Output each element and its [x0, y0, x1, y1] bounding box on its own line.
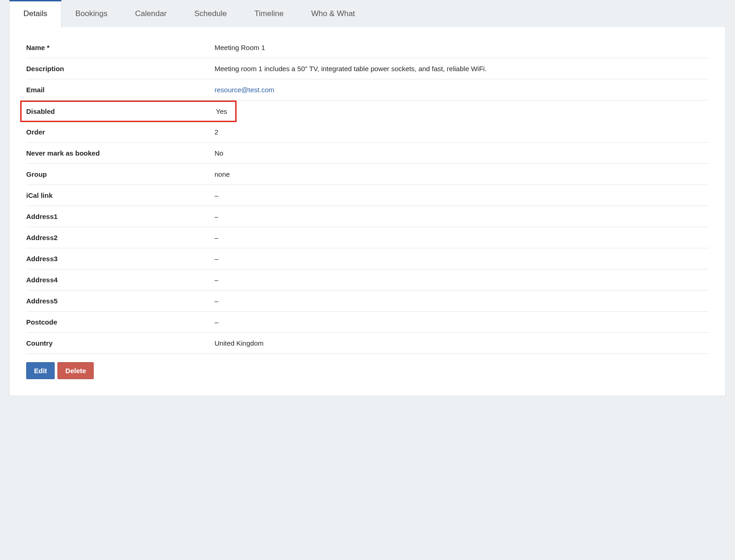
detail-row-address2: Address2– [26, 227, 709, 248]
delete-button[interactable]: Delete [57, 362, 94, 379]
detail-row-country: CountryUnited Kingdom [26, 333, 709, 354]
detail-label-email: Email [26, 86, 215, 94]
detail-row-address1: Address1– [26, 206, 709, 227]
detail-label-address3: Address3 [26, 255, 215, 263]
detail-label-address4: Address4 [26, 276, 215, 284]
detail-value-address3: – [215, 255, 709, 263]
detail-value-address1: – [215, 213, 709, 220]
detail-value-ical-link: – [215, 191, 709, 199]
detail-value-address2: – [215, 234, 709, 241]
detail-label-postcode: Postcode [26, 318, 215, 326]
details-panel: Name *Meeting Room 1DescriptionMeeting r… [9, 27, 726, 396]
detail-label-name: Name * [26, 44, 215, 51]
detail-value-country: United Kingdom [215, 339, 709, 347]
detail-row-email: Emailresource@test.com [26, 79, 709, 101]
detail-label-disabled: Disabled [26, 107, 216, 115]
detail-row-description: DescriptionMeeting room 1 includes a 50"… [26, 58, 709, 79]
detail-value-address4: – [215, 276, 709, 284]
detail-label-address2: Address2 [26, 234, 215, 241]
detail-value-email[interactable]: resource@test.com [215, 86, 709, 94]
detail-label-ical-link: iCal link [26, 191, 215, 199]
detail-row-never-mark-as-booked: Never mark as bookedNo [26, 143, 709, 164]
tab-details[interactable]: Details [9, 0, 62, 28]
detail-label-never-mark-as-booked: Never mark as booked [26, 149, 215, 157]
tab-timeline[interactable]: Timeline [241, 0, 298, 28]
detail-label-address1: Address1 [26, 213, 215, 220]
detail-value-disabled: Yes [216, 107, 231, 115]
detail-label-address5: Address5 [26, 297, 215, 305]
detail-label-group: Group [26, 170, 215, 178]
detail-row-address3: Address3– [26, 248, 709, 269]
detail-row-ical-link: iCal link– [26, 185, 709, 206]
detail-row-group: Groupnone [26, 164, 709, 185]
detail-label-order: Order [26, 128, 215, 136]
detail-row-disabled: DisabledYes [20, 101, 237, 122]
tab-schedule[interactable]: Schedule [181, 0, 241, 28]
tab-who-what[interactable]: Who & What [297, 0, 368, 28]
detail-value-address5: – [215, 297, 709, 305]
tab-calendar[interactable]: Calendar [121, 0, 181, 28]
button-row: Edit Delete [26, 362, 709, 379]
detail-row-name: Name *Meeting Room 1 [26, 42, 709, 58]
detail-row-postcode: Postcode– [26, 312, 709, 333]
detail-row-address4: Address4– [26, 269, 709, 291]
detail-row-address5: Address5– [26, 291, 709, 312]
detail-value-name: Meeting Room 1 [215, 44, 709, 51]
detail-value-postcode: – [215, 318, 709, 326]
detail-value-group: none [215, 170, 709, 178]
detail-row-order: Order2 [26, 122, 709, 143]
tab-bar: DetailsBookingsCalendarScheduleTimelineW… [9, 0, 726, 28]
detail-value-order: 2 [215, 128, 709, 136]
tab-bookings[interactable]: Bookings [62, 0, 121, 28]
detail-label-country: Country [26, 339, 215, 347]
detail-value-never-mark-as-booked: No [215, 149, 709, 157]
detail-label-description: Description [26, 65, 215, 73]
edit-button[interactable]: Edit [26, 362, 55, 379]
detail-value-description: Meeting room 1 includes a 50" TV, integr… [215, 65, 709, 73]
